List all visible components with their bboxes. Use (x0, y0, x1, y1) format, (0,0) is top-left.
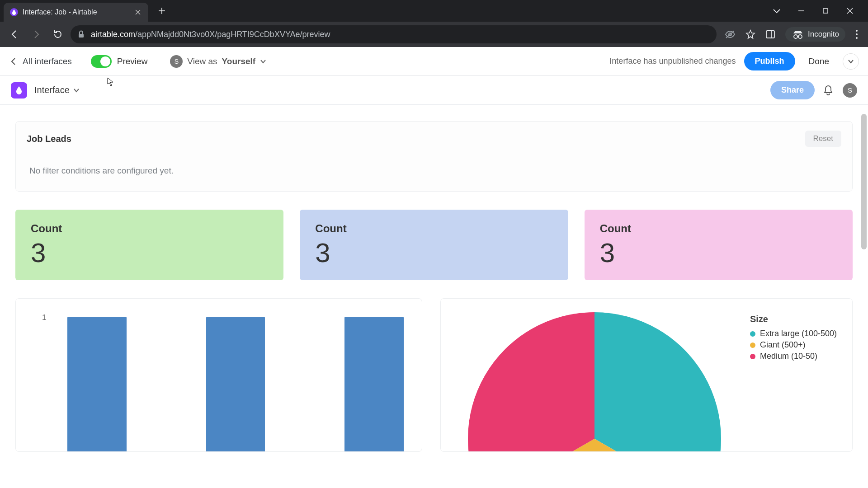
side-panel-icon[interactable] (765, 30, 775, 39)
legend-title: Size (750, 314, 837, 324)
stat-card[interactable]: Count 3 (585, 210, 853, 280)
svg-rect-8 (79, 34, 84, 38)
filter-reset-button[interactable]: Reset (805, 131, 841, 147)
stat-value: 3 (31, 239, 268, 267)
user-avatar[interactable]: S (843, 83, 857, 98)
filter-title: Job Leads (27, 134, 71, 144)
legend-label: Giant (500+) (760, 340, 806, 350)
view-as-dropdown[interactable]: S View as Yourself (170, 55, 266, 68)
chevron-down-icon (848, 59, 854, 64)
new-tab-button[interactable] (154, 3, 170, 19)
preview-label: Preview (117, 56, 148, 66)
bar-chart-card[interactable]: 1 (15, 298, 422, 452)
filter-empty-message: No filter conditions are configured yet. (27, 166, 841, 176)
svg-point-14 (794, 35, 797, 38)
svg-point-17 (856, 30, 858, 32)
workspace-bar: Interface Share S (0, 76, 868, 105)
viewas-prefix: View as (187, 56, 217, 66)
back-label: All interfaces (23, 56, 72, 66)
bar-y-tick: 1 (42, 313, 46, 322)
bar (344, 317, 404, 452)
bars-area (47, 317, 404, 452)
lock-icon (78, 30, 85, 38)
nav-back-icon[interactable] (5, 25, 24, 43)
window-close-icon[interactable] (844, 5, 855, 16)
window-controls (771, 5, 868, 16)
workspace-title-dropdown[interactable]: Interface (34, 85, 80, 95)
legend-label: Medium (10-50) (760, 352, 817, 361)
preview-toggle[interactable] (91, 55, 112, 68)
stat-label: Count (600, 222, 837, 235)
tab-strip: Interface: Job - Airtable (0, 0, 868, 22)
scrollbar-vertical[interactable] (860, 114, 868, 479)
legend-item: Medium (10-50) (750, 352, 837, 361)
incognito-badge[interactable]: Incognito (785, 27, 845, 42)
back-to-interfaces-button[interactable]: All interfaces (9, 56, 72, 66)
stat-card[interactable]: Count 3 (15, 210, 283, 280)
svg-point-18 (856, 33, 858, 35)
kebab-menu-icon[interactable] (855, 29, 858, 39)
window-minimize-icon[interactable] (796, 5, 807, 16)
stat-cards-row: Count 3 Count 3 Count 3 (15, 210, 853, 280)
publish-button[interactable]: Publish (744, 52, 795, 70)
svg-rect-5 (823, 9, 828, 13)
address-bar: airtable.com/appNMajdd0Nt3vo0X/pagHRTI9C… (0, 22, 868, 47)
stat-value: 3 (315, 239, 552, 267)
charts-row: 1 Size (15, 298, 853, 452)
browser-tab[interactable]: Interface: Job - Airtable (4, 3, 148, 22)
svg-point-19 (856, 37, 858, 39)
pie-wrap (468, 312, 721, 452)
tab-title: Interface: Job - Airtable (23, 8, 111, 16)
bookmark-star-icon[interactable] (745, 29, 755, 39)
workspace-icon (11, 82, 27, 99)
chevron-down-icon (260, 59, 266, 64)
url-box[interactable]: airtable.com/appNMajdd0Nt3vo0X/pagHRTI9C… (71, 25, 717, 43)
stat-label: Count (315, 222, 552, 235)
done-button[interactable]: Done (803, 53, 835, 70)
scrollbar-thumb[interactable] (861, 114, 867, 249)
legend-dot-icon (750, 343, 755, 348)
nav-reload-icon[interactable] (49, 25, 67, 43)
interface-canvas: Job Leads Reset No filter conditions are… (0, 105, 868, 488)
pie-legend: Size Extra large (100-500) Giant (500+) … (750, 314, 837, 363)
pie-slice-medium (468, 312, 594, 452)
notifications-button[interactable] (823, 84, 835, 96)
share-button[interactable]: Share (770, 81, 815, 99)
pie-svg (468, 312, 721, 452)
legend-dot-icon (750, 331, 755, 337)
window-maximize-icon[interactable] (820, 5, 831, 16)
browser-chrome: Interface: Job - Airtable airtable.com/a… (0, 0, 868, 47)
builder-header: All interfaces Preview S View as Yoursel… (0, 47, 868, 76)
legend-item: Extra large (100-500) (750, 329, 837, 338)
airtable-favicon-icon (10, 8, 18, 16)
viewas-avatar: S (170, 55, 183, 68)
filter-card: Job Leads Reset No filter conditions are… (15, 121, 853, 192)
incognito-label: Incognito (808, 30, 839, 39)
legend-item: Giant (500+) (750, 340, 837, 350)
arrow-left-icon (9, 57, 18, 66)
unpublished-message: Interface has unpublished changes (609, 56, 736, 66)
bar (206, 317, 265, 452)
chevron-down-icon (73, 88, 80, 93)
tab-search-icon[interactable] (771, 5, 782, 16)
pie-slice-extra-large (594, 312, 721, 452)
svg-marker-11 (746, 30, 755, 38)
viewas-name: Yourself (222, 56, 256, 66)
eye-off-icon[interactable] (725, 30, 736, 39)
legend-label: Extra large (100-500) (760, 329, 837, 338)
tab-close-icon[interactable] (134, 8, 142, 16)
addr-right-icons: Incognito (720, 27, 863, 42)
legend-dot-icon (750, 354, 755, 359)
incognito-icon (792, 30, 804, 39)
bar (67, 317, 127, 452)
stat-card[interactable]: Count 3 (300, 210, 568, 280)
stat-label: Count (31, 222, 268, 235)
pie-chart-card[interactable]: Size Extra large (100-500) Giant (500+) … (440, 298, 853, 452)
stat-value: 3 (600, 239, 837, 267)
svg-rect-12 (766, 31, 774, 38)
bar-gridline (52, 317, 408, 317)
preview-toggle-group: Preview (91, 55, 148, 68)
svg-point-15 (798, 35, 802, 38)
url-text: airtable.com/appNMajdd0Nt3vo0X/pagHRTI9C… (91, 30, 330, 39)
more-options-button[interactable] (843, 53, 859, 70)
